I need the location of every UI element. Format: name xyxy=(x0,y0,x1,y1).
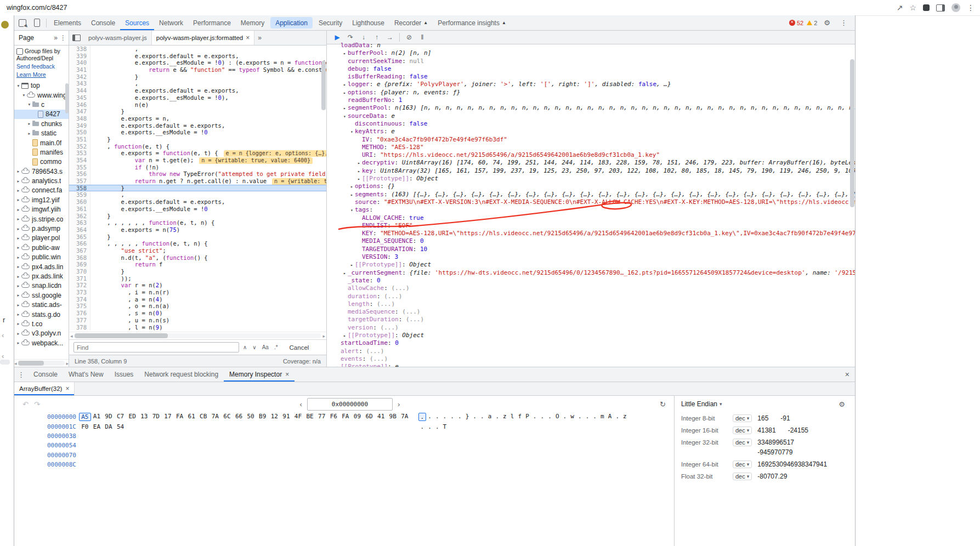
learn-more-link[interactable]: Learn More xyxy=(16,71,66,78)
code-text[interactable]: } xyxy=(90,73,326,81)
tree-item-analytics-t[interactable]: ▸analytics.t xyxy=(14,176,69,185)
line-number[interactable]: 358 xyxy=(69,185,90,192)
expand-arrow-icon[interactable]: ▸ xyxy=(342,81,348,88)
hex-byte[interactable]: F6 xyxy=(327,413,339,421)
hex-byte[interactable]: 6C xyxy=(221,413,233,421)
panel-tab-recorder[interactable]: Recorder▲ xyxy=(389,15,433,30)
console-property-row[interactable]: source: "#EXTM3U\n#EXT-X-VERSION:3\n#EXT… xyxy=(335,198,855,206)
console-property-row[interactable]: discontinuous: false xyxy=(335,120,855,128)
previous-page-icon[interactable]: ‹ xyxy=(297,400,305,408)
ascii-char[interactable]: . xyxy=(471,413,479,421)
expand-arrow-icon[interactable]: ▸ xyxy=(342,89,348,96)
tree-item-c[interactable]: ▾c xyxy=(14,100,69,109)
console-property-row[interactable]: allowCache: (...) xyxy=(335,285,855,292)
line-number[interactable]: 363 xyxy=(69,219,90,226)
console-property-row[interactable]: events: (...) xyxy=(335,355,855,363)
editor-more-tabs-icon[interactable]: » xyxy=(254,34,265,42)
close-drawer-icon[interactable]: × xyxy=(840,370,855,379)
panel-tab-lighthouse[interactable]: Lighthouse xyxy=(347,15,389,30)
hex-byte[interactable]: 41 xyxy=(375,413,387,421)
close-tab-icon[interactable]: × xyxy=(285,371,289,378)
code-text[interactable]: , l = n(9) xyxy=(90,324,326,331)
code-text[interactable]: e.exports.__esModule = !0 xyxy=(90,129,326,136)
expand-arrow-icon[interactable]: ▸ xyxy=(356,160,362,167)
hex-byte[interactable]: 66 xyxy=(233,413,245,421)
line-number[interactable]: 345 xyxy=(69,94,90,101)
value-settings-gear-icon[interactable]: ⚙ xyxy=(835,400,848,408)
hex-byte[interactable]: DA xyxy=(103,423,115,430)
code-text[interactable]: )); xyxy=(90,275,326,282)
devtools-menu-icon[interactable]: ⋮ xyxy=(837,19,851,27)
ascii-char[interactable]: A xyxy=(606,413,614,421)
code-text[interactable]: , a = n(4) xyxy=(90,296,326,303)
expand-arrow-icon[interactable]: ▸ xyxy=(15,331,21,336)
drawer-tab-network-request-blocking[interactable]: Network request blocking xyxy=(139,367,224,382)
drawer-tab-what-s-new[interactable]: What's New xyxy=(63,367,109,382)
line-number[interactable]: 355 xyxy=(69,164,90,171)
settings-gear-icon[interactable]: ⚙ xyxy=(820,19,834,27)
panel-tab-application[interactable]: Application xyxy=(270,17,313,29)
hex-byte[interactable]: EA xyxy=(91,423,103,430)
console-property-row[interactable]: mediaSequence: (...) xyxy=(335,308,855,316)
hex-byte[interactable]: 54 xyxy=(115,423,127,430)
console-property-row[interactable]: readBufferNo: 1 xyxy=(335,96,855,104)
tree-item-manifes[interactable]: manifes xyxy=(14,147,69,157)
tree-item-8427[interactable]: 8427 xyxy=(14,110,69,119)
ascii-char[interactable]: a xyxy=(486,413,494,421)
line-number[interactable]: 342 xyxy=(69,73,90,81)
code-text[interactable]: , xyxy=(90,191,326,198)
console-property-row[interactable]: loadData: n xyxy=(335,42,855,49)
ascii-char[interactable]: z xyxy=(501,413,509,421)
hex-byte[interactable]: 50 xyxy=(245,413,257,421)
line-number[interactable]: 346 xyxy=(69,101,90,109)
hex-byte[interactable]: F0 xyxy=(79,423,91,430)
tree-item-ssl-google[interactable]: ▸ssl.google xyxy=(14,291,69,300)
line-number[interactable]: 349 xyxy=(69,122,90,129)
line-number[interactable]: 359 xyxy=(69,191,90,198)
ascii-char[interactable]: . xyxy=(441,413,449,421)
console-property-row[interactable]: KEY: "METHOD=AES-128,URI=\"https://hls.v… xyxy=(335,230,855,237)
scroll-right-icon[interactable]: ▸ xyxy=(66,361,69,366)
hex-byte[interactable]: 77 xyxy=(316,413,328,421)
expand-arrow-icon[interactable]: ▸ xyxy=(349,183,355,190)
code-text[interactable]: , , , , , , function(e, t, n) { xyxy=(90,219,326,226)
expand-arrow-icon[interactable]: ▸ xyxy=(15,321,21,326)
hex-byte[interactable]: FA xyxy=(174,413,186,421)
expand-arrow-icon[interactable]: ▸ xyxy=(349,261,355,269)
code-text[interactable]: , xyxy=(90,46,326,53)
console-property-row[interactable]: length: (...) xyxy=(335,300,855,308)
tree-item-p-adsymp[interactable]: ▸p.adsymp xyxy=(14,224,69,233)
value-format-select[interactable]: dec▾ xyxy=(733,439,752,446)
drawer-tab-issues[interactable]: Issues xyxy=(109,367,139,382)
navigator-menu-icon[interactable]: ⋮ xyxy=(58,34,69,42)
hex-byte[interactable]: 4F xyxy=(292,413,304,421)
expand-arrow-icon[interactable]: ▸ xyxy=(15,169,21,174)
line-number[interactable]: 362 xyxy=(69,213,90,220)
navigator-tab-page[interactable]: Page xyxy=(14,34,38,42)
page-scroll-left-icon[interactable]: ‹ xyxy=(2,331,4,339)
code-text[interactable]: } xyxy=(90,268,326,275)
hex-byte[interactable]: 13 xyxy=(138,413,150,421)
console-property-row[interactable]: duration: (...) xyxy=(335,293,855,300)
tree-item-public-aw[interactable]: ▸public-aw xyxy=(14,243,69,252)
ascii-char[interactable]: . xyxy=(426,423,434,430)
code-text[interactable]: } xyxy=(90,213,326,220)
ascii-char[interactable]: . xyxy=(561,413,569,421)
console-property-row[interactable]: ▸_currentSegment: {file: 'https://hw-dts… xyxy=(335,269,855,277)
inspect-element-icon[interactable] xyxy=(19,19,26,27)
step-out-icon[interactable]: ↑ xyxy=(371,33,383,41)
console-property-row[interactable]: ▾tags: xyxy=(335,206,855,214)
ascii-char[interactable]: O xyxy=(553,413,561,421)
tree-item-chunks[interactable]: ▸chunks xyxy=(14,119,69,128)
panel-tab-security[interactable]: Security xyxy=(314,15,347,30)
refresh-icon[interactable]: ↻ xyxy=(657,400,669,408)
console-property-row[interactable]: isBufferReading: false xyxy=(335,73,855,81)
expand-arrow-icon[interactable]: ▸ xyxy=(15,255,21,260)
scroll-left-icon[interactable]: ◂ xyxy=(14,361,17,366)
hex-byte[interactable]: C7 xyxy=(115,413,127,421)
editor-tab-polyv-wasm-player-js[interactable]: polyv-wasm-player.js xyxy=(84,31,152,45)
ascii-char[interactable]: . xyxy=(479,413,486,421)
hex-byte[interactable]: A1 xyxy=(91,413,103,421)
expand-arrow-icon[interactable]: ▸ xyxy=(15,264,21,269)
expand-arrow-icon[interactable]: ▸ xyxy=(15,245,21,250)
